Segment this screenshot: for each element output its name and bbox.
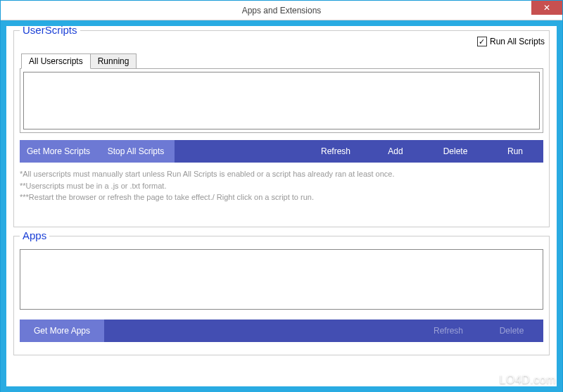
apps-title: Apps <box>20 229 49 241</box>
run-button[interactable]: Run <box>487 140 543 163</box>
apps-refresh-button[interactable]: Refresh <box>417 320 480 342</box>
get-more-scripts-button[interactable]: Get More Scripts <box>20 140 97 163</box>
userscripts-tabs: All Userscripts Running <box>20 53 543 69</box>
userscripts-help: *All userscripts must manually start unl… <box>20 168 543 203</box>
tab-running[interactable]: Running <box>90 53 137 69</box>
client-area: UserScripts ✓ Run All Scripts All Usersc… <box>6 26 557 386</box>
stop-all-scripts-button[interactable]: Stop All Scripts <box>97 140 175 163</box>
window-title: Apps and Extensions <box>1 6 562 15</box>
help-line-2: **Userscripts must be in a .js or .txt f… <box>20 180 543 192</box>
apps-delete-button[interactable]: Delete <box>480 320 543 342</box>
userscripts-title: UserScripts <box>20 26 80 36</box>
apps-group: Apps Get More Apps Refresh Delete <box>13 236 550 355</box>
window-frame: Apps and Extensions ✕ UserScripts ✓ Run … <box>0 0 563 392</box>
client-area-border: UserScripts ✓ Run All Scripts All Usersc… <box>1 20 562 392</box>
userscripts-list[interactable] <box>23 72 540 129</box>
userscripts-group: UserScripts ✓ Run All Scripts All Usersc… <box>13 30 550 227</box>
run-all-label: Run All Scripts <box>490 37 545 46</box>
userscripts-tab-panel <box>20 68 543 133</box>
close-button[interactable]: ✕ <box>531 1 562 15</box>
titlebar: Apps and Extensions ✕ <box>1 1 562 20</box>
close-icon: ✕ <box>543 3 550 13</box>
apps-toolbar-spacer <box>104 320 417 342</box>
run-all-scripts-checkbox[interactable]: ✓ Run All Scripts <box>477 37 545 46</box>
add-button[interactable]: Add <box>367 140 424 163</box>
toolbar-spacer <box>175 140 304 163</box>
tab-all-userscripts[interactable]: All Userscripts <box>21 53 91 69</box>
refresh-button[interactable]: Refresh <box>304 140 367 163</box>
help-line-3: ***Restart the browser or refresh the pa… <box>20 191 543 203</box>
help-line-1: *All userscripts must manually start unl… <box>20 168 543 180</box>
get-more-apps-button[interactable]: Get More Apps <box>20 320 104 342</box>
apps-toolbar: Get More Apps Refresh Delete <box>20 320 543 342</box>
apps-list[interactable] <box>20 249 543 310</box>
checkbox-icon: ✓ <box>477 37 487 46</box>
delete-button[interactable]: Delete <box>424 140 487 163</box>
userscripts-toolbar: Get More Scripts Stop All Scripts Refres… <box>20 140 543 163</box>
